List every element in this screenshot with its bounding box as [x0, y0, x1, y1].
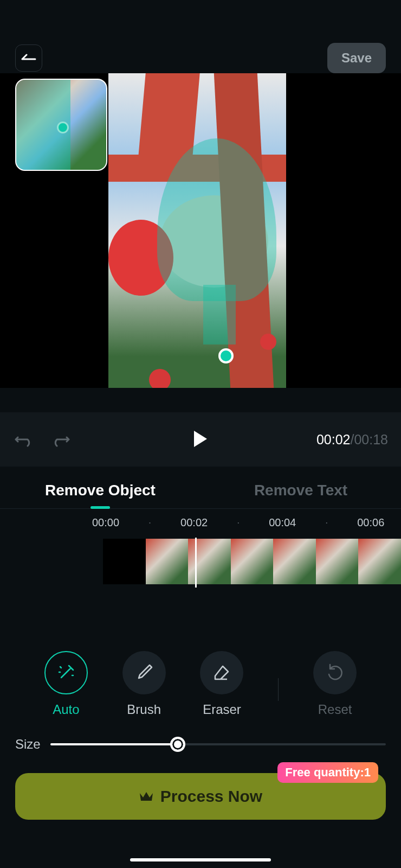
brush-icon	[134, 663, 154, 682]
timeline-frame	[146, 539, 189, 584]
undo-icon	[15, 432, 33, 447]
selection-point-icon	[57, 122, 69, 133]
tool-divider	[278, 678, 279, 701]
selection-handle[interactable]	[218, 348, 234, 363]
back-button[interactable]	[15, 44, 42, 72]
playback-time: 00:02/00:18	[316, 432, 388, 448]
tool-brush[interactable]: Brush	[122, 651, 166, 717]
process-label: Process Now	[160, 787, 262, 806]
free-quantity-badge: Free quantity:1	[277, 762, 378, 783]
back-arrow-icon	[21, 53, 36, 63]
reset-icon	[326, 663, 344, 682]
preview-thumbnail[interactable]	[15, 79, 107, 171]
timeline-frame	[273, 539, 316, 584]
size-slider[interactable]	[50, 743, 386, 745]
slider-thumb[interactable]	[170, 737, 185, 752]
magic-wand-icon	[56, 662, 76, 683]
duration-time: 00:18	[354, 432, 388, 447]
tool-eraser[interactable]: Eraser	[200, 651, 243, 717]
home-indicator	[130, 858, 271, 861]
play-icon	[192, 430, 209, 448]
timeline-thumbnails[interactable]	[103, 539, 401, 584]
tab-remove-object[interactable]: Remove Object	[0, 472, 200, 508]
tool-label: Auto	[53, 702, 79, 717]
eraser-icon	[212, 663, 231, 682]
tool-label: Brush	[127, 702, 161, 717]
size-label: Size	[15, 737, 41, 752]
current-time: 00:02	[316, 432, 351, 447]
video-preview-area	[0, 73, 401, 388]
redo-icon	[51, 432, 70, 447]
undo-button[interactable]	[13, 429, 35, 450]
crown-icon	[139, 790, 154, 803]
save-button[interactable]: Save	[327, 43, 386, 73]
timeline-marks: 00:00 · 00:02 · 00:04 · 00:06	[0, 510, 401, 535]
timeline-frame	[358, 539, 401, 584]
video-preview[interactable]	[108, 73, 286, 388]
timeline-frame	[103, 539, 146, 584]
tool-auto[interactable]: Auto	[44, 651, 88, 717]
tool-label: Reset	[318, 702, 352, 717]
timeline-frame	[316, 539, 359, 584]
redo-button[interactable]	[50, 429, 72, 450]
timeline-frame	[188, 539, 231, 584]
play-button[interactable]	[189, 427, 212, 451]
slider-fill	[50, 743, 178, 745]
tool-label: Eraser	[203, 702, 241, 717]
timeline-playhead[interactable]	[195, 538, 197, 588]
tab-remove-text[interactable]: Remove Text	[200, 472, 401, 508]
timeline-frame	[231, 539, 274, 584]
playback-bar: 00:02/00:18	[0, 412, 401, 467]
timeline[interactable]: 00:00 · 00:02 · 00:04 · 00:06	[0, 510, 401, 584]
selection-mask	[203, 285, 236, 344]
tool-reset[interactable]: Reset	[313, 651, 357, 717]
